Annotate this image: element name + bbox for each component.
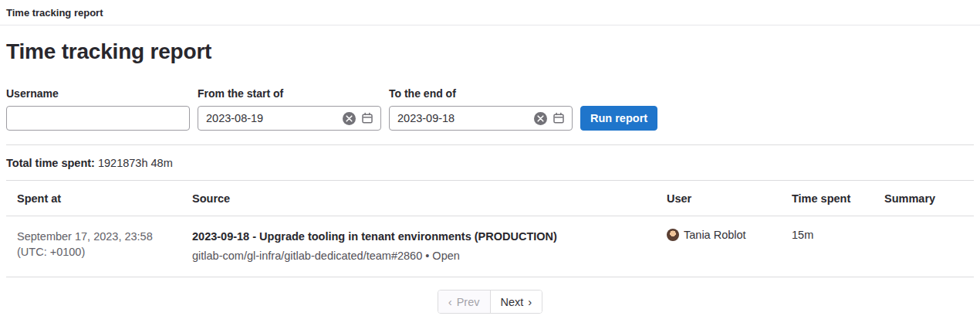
- to-date-label: To the end of: [389, 87, 573, 100]
- user-name[interactable]: Tania Roblot: [684, 229, 746, 241]
- breadcrumb-item-time-tracking-report[interactable]: Time tracking report: [6, 7, 103, 19]
- to-date-icons: [534, 106, 566, 131]
- column-header-time-spent: Time spent: [792, 181, 884, 216]
- x-icon: [537, 115, 544, 122]
- clear-icon[interactable]: [534, 112, 547, 125]
- next-label: Next: [501, 296, 524, 308]
- main-content: Time tracking report Username From the s…: [0, 37, 980, 314]
- from-date-icons: [343, 106, 374, 131]
- table-row: September 17, 2023, 23:58 (UTC: +0100) 2…: [6, 216, 974, 277]
- calendar-icon[interactable]: [360, 111, 374, 125]
- total-time-value: 1921873h 48m: [98, 157, 173, 169]
- column-header-spent-at: Spent at: [6, 181, 192, 216]
- avatar: [667, 229, 679, 241]
- calendar-icon[interactable]: [552, 111, 566, 125]
- total-time-label: Total time spent:: [6, 157, 95, 169]
- time-spent-cell: 15m: [792, 216, 884, 277]
- time-tracking-table: Spent at Source User Time spent Summary …: [6, 180, 974, 277]
- username-label: Username: [6, 87, 190, 100]
- prev-label: Prev: [457, 296, 480, 308]
- summary-cell: [884, 216, 974, 277]
- column-header-summary: Summary: [884, 181, 974, 216]
- report-filter-form: Username From the start of: [6, 87, 974, 131]
- spent-at-timezone: (UTC: +0100): [17, 244, 186, 260]
- source-cell: 2023-09-18 - Upgrade tooling in tenant e…: [192, 216, 667, 277]
- chevron-right-icon: ›: [528, 296, 532, 308]
- table-header-row: Spent at Source User Time spent Summary: [6, 181, 974, 216]
- user-cell: Tania Roblot: [667, 216, 792, 277]
- username-input[interactable]: [6, 106, 190, 131]
- prev-page-button[interactable]: ‹ Prev: [438, 291, 491, 313]
- spent-at-cell: September 17, 2023, 23:58 (UTC: +0100): [6, 216, 192, 277]
- next-page-button[interactable]: Next ›: [491, 291, 542, 313]
- from-date-field-group: From the start of: [198, 87, 381, 131]
- spent-at-datetime: September 17, 2023, 23:58: [17, 229, 186, 244]
- total-time-spent: Total time spent: 1921873h 48m: [6, 145, 974, 180]
- from-date-label: From the start of: [198, 87, 381, 100]
- clear-icon[interactable]: [343, 112, 356, 125]
- username-field-group: Username: [6, 87, 190, 131]
- run-report-button[interactable]: Run report: [580, 106, 657, 131]
- to-date-field-group: To the end of: [389, 87, 573, 131]
- page-title: Time tracking report: [6, 37, 974, 66]
- x-icon: [346, 115, 353, 122]
- source-issue-link[interactable]: 2023-09-18 - Upgrade tooling in tenant e…: [192, 229, 661, 244]
- column-header-user: User: [667, 181, 792, 216]
- pagination: ‹ Prev Next ›: [6, 290, 974, 314]
- source-project-path: gitlab-com/gl-infra/gitlab-dedicated/tea…: [192, 249, 661, 263]
- chevron-left-icon: ‹: [448, 296, 452, 308]
- column-header-source: Source: [192, 181, 667, 216]
- breadcrumb: Time tracking report: [0, 0, 980, 25]
